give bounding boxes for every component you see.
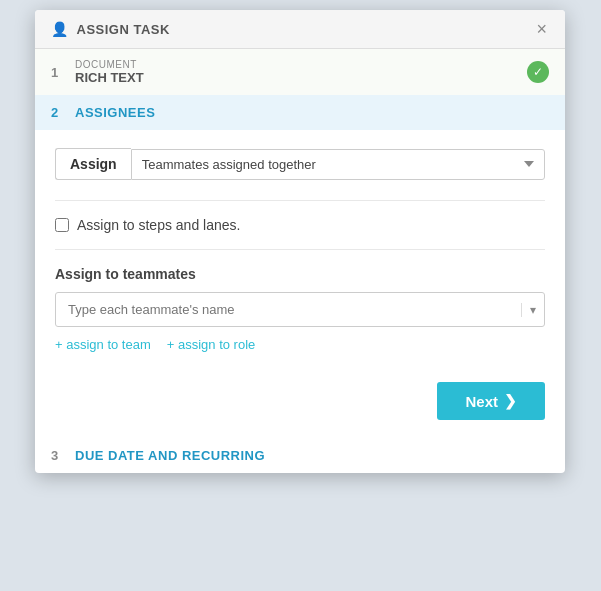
step-1-row: 1 DOCUMENT RICH TEXT ✓ bbox=[35, 49, 565, 95]
assignment-type-select[interactable]: Teammates assigned together Any teammate… bbox=[131, 149, 545, 180]
assign-links-row: + assign to team + assign to role bbox=[55, 337, 545, 352]
assign-task-modal: 👤 ASSIGN TASK × 1 DOCUMENT RICH TEXT ✓ 2… bbox=[35, 10, 565, 473]
next-arrow-icon: ❯ bbox=[504, 392, 517, 410]
modal-title-text: ASSIGN TASK bbox=[77, 22, 170, 37]
step-1-check-icon: ✓ bbox=[527, 61, 549, 83]
assign-button[interactable]: Assign bbox=[55, 148, 131, 180]
step-2-number: 2 bbox=[51, 105, 65, 120]
step-1-label: RICH TEXT bbox=[75, 70, 517, 85]
divider-2 bbox=[55, 249, 545, 250]
step-2-row: 2 ASSIGNEES bbox=[35, 95, 565, 130]
step-1-sublabel: DOCUMENT bbox=[75, 59, 517, 70]
assign-to-team-link[interactable]: + assign to team bbox=[55, 337, 151, 352]
step-1-number: 1 bbox=[51, 65, 65, 80]
person-icon: 👤 bbox=[51, 21, 69, 37]
step-3-number: 3 bbox=[51, 448, 65, 463]
step-3-row: 3 DUE DATE AND RECURRING bbox=[35, 438, 565, 473]
step-1-info: DOCUMENT RICH TEXT bbox=[75, 59, 517, 85]
steps-lanes-label: Assign to steps and lanes. bbox=[77, 217, 240, 233]
modal-body: Assign Teammates assigned together Any t… bbox=[35, 130, 565, 370]
assign-to-role-link[interactable]: + assign to role bbox=[167, 337, 256, 352]
modal-title: 👤 ASSIGN TASK bbox=[51, 21, 170, 37]
close-button[interactable]: × bbox=[534, 20, 549, 38]
modal-footer: Next ❯ bbox=[35, 370, 565, 438]
input-dropdown-icon: ▾ bbox=[521, 303, 536, 317]
teammate-name-input[interactable] bbox=[64, 293, 521, 326]
teammates-section-label: Assign to teammates bbox=[55, 266, 545, 282]
teammate-input-wrapper: ▾ bbox=[55, 292, 545, 327]
steps-lanes-checkbox[interactable] bbox=[55, 218, 69, 232]
checkmark: ✓ bbox=[533, 65, 543, 79]
step-2-info: ASSIGNEES bbox=[75, 105, 549, 120]
modal-header: 👤 ASSIGN TASK × bbox=[35, 10, 565, 49]
assign-row: Assign Teammates assigned together Any t… bbox=[55, 148, 545, 180]
step-2-label: ASSIGNEES bbox=[75, 105, 549, 120]
step-3-info: DUE DATE AND RECURRING bbox=[75, 448, 549, 463]
next-button[interactable]: Next ❯ bbox=[437, 382, 545, 420]
steps-lanes-row: Assign to steps and lanes. bbox=[55, 217, 545, 233]
divider-1 bbox=[55, 200, 545, 201]
next-button-label: Next bbox=[465, 393, 498, 410]
step-3-label: DUE DATE AND RECURRING bbox=[75, 448, 549, 463]
